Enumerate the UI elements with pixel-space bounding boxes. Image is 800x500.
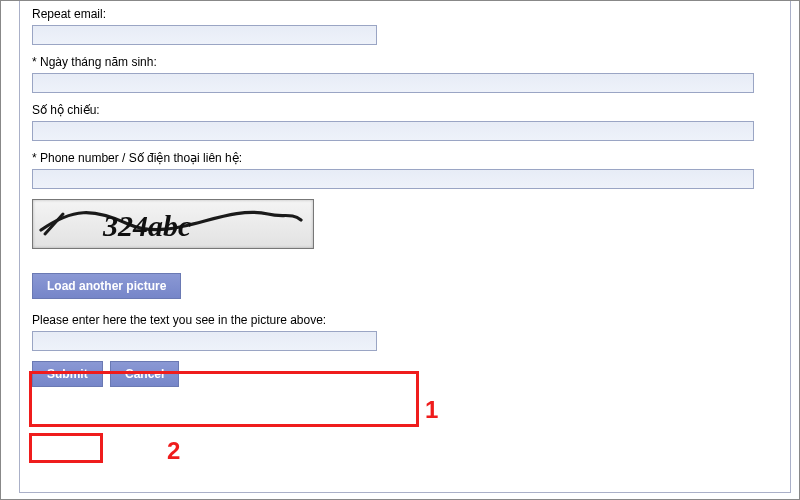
dob-input[interactable] — [32, 73, 754, 93]
captcha-svg: 324abc — [33, 200, 313, 248]
window-frame: Repeat email: * Ngày tháng năm sinh: Số … — [0, 0, 800, 500]
captcha-entry-field: Please enter here the text you see in th… — [32, 313, 778, 351]
repeat-email-input[interactable] — [32, 25, 377, 45]
repeat-email-field: Repeat email: — [32, 7, 778, 45]
dob-label: * Ngày tháng năm sinh: — [32, 55, 778, 69]
cancel-button[interactable]: Cancel — [110, 361, 179, 387]
phone-input[interactable] — [32, 169, 754, 189]
passport-label: Số hộ chiếu: — [32, 103, 778, 117]
phone-field: * Phone number / Số điện thoại liên hệ: — [32, 151, 778, 189]
captcha-text: 324abc — [102, 209, 191, 242]
form-panel: Repeat email: * Ngày tháng năm sinh: Số … — [19, 1, 791, 493]
repeat-email-label: Repeat email: — [32, 7, 778, 21]
passport-field: Số hộ chiếu: — [32, 103, 778, 141]
dob-field: * Ngày tháng năm sinh: — [32, 55, 778, 93]
phone-label: * Phone number / Số điện thoại liên hệ: — [32, 151, 778, 165]
captcha-image: 324abc — [32, 199, 314, 249]
captcha-instruction-label: Please enter here the text you see in th… — [32, 313, 778, 327]
passport-input[interactable] — [32, 121, 754, 141]
captcha-input[interactable] — [32, 331, 377, 351]
load-another-picture-button[interactable]: Load another picture — [32, 273, 181, 299]
submit-button[interactable]: Submit — [32, 361, 103, 387]
